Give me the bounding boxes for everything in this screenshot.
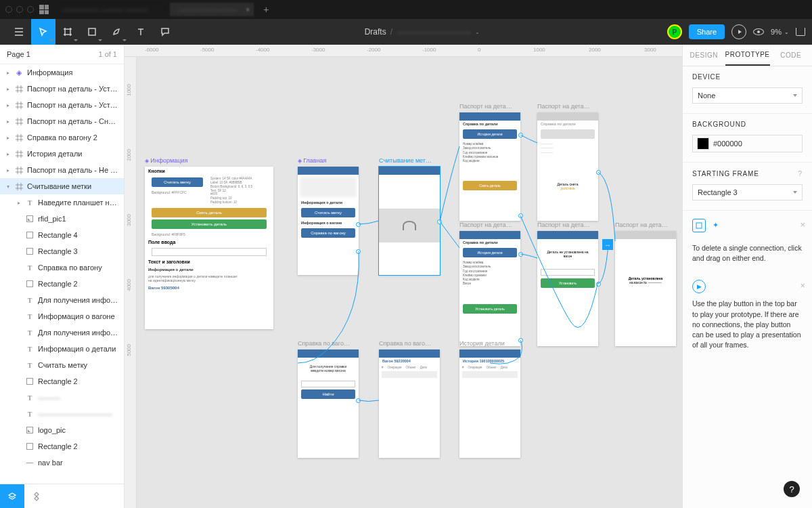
layer-item[interactable]: TИнформация о детали: [0, 341, 124, 357]
ruler-horizontal: -6000-5000-4000-3000-2000-10000100020003…: [125, 45, 682, 57]
frame-passport-5[interactable]: Паспорт на дета… Деталь установленана ва…: [615, 231, 676, 346]
layer-item[interactable]: Rectangle 2: [0, 438, 124, 454]
close-tab-icon[interactable]: ×: [246, 6, 250, 14]
frame-hint-icon: [692, 219, 706, 232]
tab-design[interactable]: Design: [683, 45, 725, 66]
assets-tab-icon[interactable]: [24, 484, 49, 509]
share-button[interactable]: Share: [689, 24, 725, 39]
layer-item[interactable]: TСправка по вагону: [0, 259, 124, 276]
frame-passport-2[interactable]: Паспорт на дета… Справка по детали —————…: [537, 112, 598, 221]
frame-passport-4[interactable]: Паспорт на дета… Деталь не установлена н…: [537, 231, 598, 346]
tab-2-active[interactable]: ————————×: [170, 3, 254, 16]
layer-item[interactable]: ▸Паспорт на деталь - Устано…: [0, 97, 124, 113]
layer-item[interactable]: ▸Паспорт на деталь - Не уст…: [0, 162, 124, 178]
background-label: Background: [692, 121, 803, 128]
library-icon[interactable]: [796, 28, 805, 36]
layer-item[interactable]: ▸Справка по вагону 2: [0, 129, 124, 146]
frame-spravka-2[interactable]: Справка по ваго… Вагон 59220004 #Операци…: [379, 350, 440, 458]
layer-item[interactable]: ▸TНаведите планшет на м…: [0, 194, 124, 211]
close-light[interactable]: [5, 6, 12, 13]
device-label: Device: [692, 73, 803, 81]
breadcrumb[interactable]: Drafts / —————————— ⌄: [365, 27, 480, 37]
tab-1[interactable]: ————— ——— ———: [54, 3, 164, 16]
layers-list: ▸◈Информация▸Паспорт на деталь - Устано……: [0, 64, 124, 484]
starting-frame-select[interactable]: Rectangle 3: [692, 184, 803, 200]
layer-item[interactable]: TДля получения информ…: [0, 292, 124, 308]
breadcrumb-root[interactable]: Drafts: [365, 27, 386, 37]
layer-item[interactable]: ▸◈Информация: [0, 64, 124, 81]
os-titlebar: ————— ——— ——— ————————× +: [0, 0, 812, 19]
pen-tool[interactable]: [104, 19, 129, 45]
frame-spravka-1[interactable]: Справка по ваго… Для получения справки в…: [298, 350, 359, 458]
breadcrumb-file[interactable]: ——————————: [397, 28, 471, 36]
hint-play-button: ▶ × Use the play button in the top bar t…: [683, 272, 812, 358]
tab-prototype[interactable]: Prototype: [725, 45, 770, 66]
inspector-panel: Design Prototype Code Device None Backgr…: [682, 45, 812, 508]
layer-item[interactable]: Rectangle 2: [0, 276, 124, 292]
text-tool[interactable]: [129, 19, 153, 45]
layer-item[interactable]: logo_pic: [0, 422, 124, 438]
frame-passport-1[interactable]: Паспорт на дета… Справка по детали Истор…: [459, 112, 520, 221]
bottom-tools: [0, 484, 124, 508]
background-value[interactable]: #000000: [713, 140, 742, 148]
layer-item[interactable]: TДля получения информ…: [0, 324, 124, 341]
layer-item[interactable]: ▸Паспорт на деталь - Снятие: [0, 113, 124, 129]
help-button[interactable]: ?: [784, 481, 800, 497]
frame-history[interactable]: История детали История 190100000025 #Опе…: [459, 350, 520, 458]
device-select[interactable]: None: [692, 87, 803, 104]
play-hint-icon: ▶: [692, 280, 706, 293]
ruler-vertical: 10002000300040005000: [125, 57, 137, 508]
hint-delete-connection: ✦ × To delete a single connection, click…: [683, 211, 812, 272]
dismiss-hint-icon[interactable]: ×: [800, 280, 805, 293]
layer-item[interactable]: ▸История детали: [0, 146, 124, 162]
dismiss-hint-icon[interactable]: ×: [800, 219, 805, 232]
frame-tool[interactable]: [55, 19, 80, 45]
toolbar: Drafts / —————————— ⌄ P Share 9%⌄: [0, 19, 812, 45]
layer-item[interactable]: TИнформация о вагоне: [0, 308, 124, 324]
svg-rect-0: [89, 28, 95, 35]
shape-tool[interactable]: [80, 19, 104, 45]
layer-item[interactable]: ▸Паспорт на деталь - Устано…: [0, 81, 124, 97]
comment-tool[interactable]: [153, 19, 177, 45]
layer-item[interactable]: rfid_pic1: [0, 211, 124, 227]
pages-header[interactable]: Page 11 of 1: [0, 45, 124, 64]
frame-main[interactable]: Главная Информация о детали Считать метк…: [298, 167, 359, 275]
layer-item[interactable]: T——————————: [0, 406, 124, 422]
layer-item[interactable]: T———: [0, 389, 124, 406]
present-button[interactable]: [731, 24, 746, 39]
starting-frame-label: Starting Frame?: [692, 169, 803, 177]
svg-rect-1: [696, 223, 702, 228]
view-settings-icon[interactable]: [753, 28, 764, 35]
maximize-light[interactable]: [27, 6, 34, 13]
frame-passport-3[interactable]: Паспорт на дета… Справка по детали Истор…: [459, 231, 520, 346]
layer-item[interactable]: Rectangle 2: [0, 373, 124, 389]
layer-item[interactable]: Rectangle 3: [0, 243, 124, 259]
layers-tab-icon[interactable]: [0, 484, 24, 509]
apps-grid-icon[interactable]: [39, 5, 49, 14]
canvas[interactable]: -6000-5000-4000-3000-2000-10000100020003…: [125, 45, 682, 508]
frame-info[interactable]: Информация Кнопки Считать метку Backgrou…: [145, 167, 273, 329]
move-tool[interactable]: [31, 19, 55, 45]
zoom-control[interactable]: 9%⌄: [771, 28, 789, 36]
layer-item[interactable]: TСчитать метку: [0, 357, 124, 373]
layer-item[interactable]: nav bar: [0, 454, 124, 471]
tab-code[interactable]: Code: [770, 45, 813, 66]
layers-panel: Page 11 of 1 ▸◈Информация▸Паспорт на дет…: [0, 45, 125, 508]
new-tab-button[interactable]: +: [259, 4, 273, 15]
menu-button[interactable]: [7, 19, 31, 45]
background-swatch[interactable]: [697, 137, 709, 150]
layer-item[interactable]: Rectangle 4: [0, 227, 124, 243]
connection-arrow-icon[interactable]: →: [602, 239, 613, 250]
frame-scan-selected[interactable]: Считывание мет…: [379, 167, 440, 275]
traffic-lights: [5, 6, 34, 13]
avatar[interactable]: P: [667, 24, 682, 39]
minimize-light[interactable]: [16, 6, 23, 13]
layer-item[interactable]: ▸Считывание метки: [0, 178, 124, 194]
